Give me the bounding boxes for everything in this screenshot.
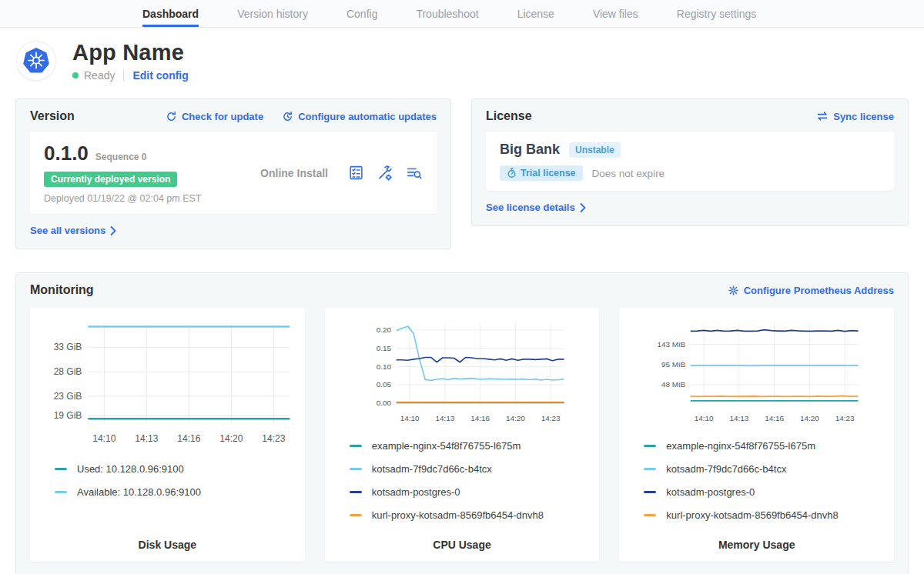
svg-text:0.05: 0.05 <box>376 380 391 389</box>
deployed-badge: Currently deployed version <box>44 172 177 187</box>
version-panel: Version Check for update Configure autom… <box>15 98 451 249</box>
tab-view-files[interactable]: View files <box>593 0 638 27</box>
svg-text:33 GiB: 33 GiB <box>54 342 82 352</box>
legend-color-dash <box>644 491 656 493</box>
disk-usage-legend: Used: 10.128.0.96:9100Available: 10.128.… <box>55 463 299 509</box>
svg-text:14:10: 14:10 <box>92 433 116 444</box>
check-for-update-link[interactable]: Check for update <box>166 111 263 122</box>
legend-item: Used: 10.128.0.96:9100 <box>55 463 299 475</box>
legend-label: kotsadm-postgres-0 <box>372 486 460 498</box>
legend-item: kurl-proxy-kotsadm-8569fb6454-dnvh8 <box>350 509 594 521</box>
memory-usage-chart: 143 MiB95 MiB48 MiB14:1014:1314:1614:201… <box>625 317 888 431</box>
trial-license-badge: Trial license <box>500 165 583 181</box>
svg-text:0.15: 0.15 <box>376 344 391 352</box>
svg-text:23 GiB: 23 GiB <box>54 391 82 402</box>
legend-color-dash <box>350 445 362 447</box>
legend-item: example-nginx-54f8f76755-l675m <box>644 440 888 452</box>
install-type: Online Install <box>240 167 348 179</box>
svg-text:14:23: 14:23 <box>835 414 855 422</box>
tab-license[interactable]: License <box>517 0 554 27</box>
svg-text:14:10: 14:10 <box>695 414 714 422</box>
svg-text:143 MiB: 143 MiB <box>658 340 686 349</box>
clock-refresh-icon <box>282 111 293 122</box>
svg-text:28 GiB: 28 GiB <box>54 366 82 377</box>
svg-text:14:16: 14:16 <box>177 433 200 444</box>
legend-item: Available: 10.128.0.96:9100 <box>55 486 299 498</box>
memory-usage-legend: example-nginx-54f8f76755-l675mkotsadm-7f… <box>644 440 888 532</box>
svg-text:48 MiB: 48 MiB <box>661 380 685 389</box>
tab-version-history[interactable]: Version history <box>237 0 308 27</box>
view-logs-icon[interactable] <box>406 165 423 182</box>
legend-item: kurl-proxy-kotsadm-8569fb6454-dnvh8 <box>644 509 888 521</box>
legend-label: Available: 10.128.0.96:9100 <box>77 486 201 498</box>
svg-text:14:16: 14:16 <box>470 414 490 422</box>
tab-troubleshoot[interactable]: Troubleshoot <box>416 0 478 27</box>
disk-usage-chart-card: 33 GiB28 GiB23 GiB19 GiB14:1014:1314:161… <box>30 308 305 562</box>
legend-color-dash <box>644 445 656 447</box>
svg-text:14:10: 14:10 <box>400 414 419 422</box>
stopwatch-icon <box>507 168 517 179</box>
chart-title: Memory Usage <box>625 532 888 551</box>
chart-title: CPU Usage <box>331 532 594 551</box>
refresh-icon <box>166 111 177 122</box>
legend-item: kotsadm-postgres-0 <box>644 486 888 498</box>
chart-title: Disk Usage <box>36 532 299 551</box>
configure-auto-updates-link[interactable]: Configure automatic updates <box>282 111 437 122</box>
svg-text:14:20: 14:20 <box>219 433 243 444</box>
config-wrench-icon[interactable] <box>377 165 393 182</box>
app-header: App Name Ready Edit config <box>0 28 924 89</box>
license-expiry: Does not expire <box>592 168 665 179</box>
svg-text:0.00: 0.00 <box>376 399 391 407</box>
svg-text:14:20: 14:20 <box>506 414 525 422</box>
legend-item: example-nginx-54f8f76755-l675m <box>350 440 594 452</box>
legend-item: kotsadm-7f9dc7d66c-b4tcx <box>350 463 594 475</box>
tab-registry-settings[interactable]: Registry settings <box>677 0 756 27</box>
svg-text:14:20: 14:20 <box>800 414 819 422</box>
cards-row: Version Check for update Configure autom… <box>0 98 924 249</box>
tab-config[interactable]: Config <box>346 0 377 27</box>
edit-config-link[interactable]: Edit config <box>132 69 188 82</box>
legend-item: kotsadm-7f9dc7d66c-b4tcx <box>644 463 888 475</box>
channel-badge: Unstable <box>569 142 621 158</box>
charts-row: 33 GiB28 GiB23 GiB19 GiB14:1014:1314:161… <box>30 308 894 562</box>
legend-label: example-nginx-54f8f76755-l675m <box>372 440 521 452</box>
status-dot <box>72 72 79 78</box>
tab-dashboard[interactable]: Dashboard <box>142 0 199 27</box>
legend-label: example-nginx-54f8f76755-l675m <box>666 440 815 452</box>
svg-text:14:13: 14:13 <box>435 414 454 422</box>
monitoring-title: Monitoring <box>30 283 94 297</box>
legend-label: kurl-proxy-kotsadm-8569fb6454-dnvh8 <box>372 509 544 521</box>
legend-item: kotsadm-postgres-0 <box>350 486 594 498</box>
gear-icon <box>728 285 739 296</box>
legend-color-dash <box>350 514 362 516</box>
legend-color-dash <box>644 468 656 470</box>
see-license-details-link[interactable]: See license details <box>486 202 586 213</box>
deployed-timestamp: Deployed 01/19/22 @ 02:04 pm EST <box>44 193 240 204</box>
svg-text:14:13: 14:13 <box>135 433 158 444</box>
preflight-checklist-icon[interactable] <box>348 165 364 181</box>
see-all-versions-link[interactable]: See all versions <box>30 225 116 236</box>
license-panel-title: License <box>486 109 532 123</box>
status-text: Ready <box>84 69 115 82</box>
legend-color-dash <box>350 491 362 493</box>
version-number: 0.1.0 <box>44 142 89 165</box>
configure-prometheus-link[interactable]: Configure Prometheus Address <box>728 285 894 296</box>
legend-label: kotsadm-7f9dc7d66c-b4tcx <box>666 463 786 475</box>
version-panel-title: Version <box>30 109 75 123</box>
cpu-usage-chart: 0.200.150.100.050.0014:1014:1314:1614:20… <box>331 317 594 431</box>
svg-text:0.20: 0.20 <box>376 325 391 334</box>
cpu-usage-chart-card: 0.200.150.100.050.0014:1014:1314:1614:20… <box>325 308 600 562</box>
page-title: App Name <box>72 40 189 65</box>
sync-license-link[interactable]: Sync license <box>816 111 894 122</box>
chevron-right-icon <box>110 226 116 235</box>
svg-text:95 MiB: 95 MiB <box>661 360 685 369</box>
license-card: Big Bank Unstable Trial license Does not… <box>486 132 894 191</box>
svg-text:19 GiB: 19 GiB <box>54 410 82 421</box>
legend-label: kurl-proxy-kotsadm-8569fb6454-dnvh8 <box>666 509 838 521</box>
license-panel: License Sync license Big Bank Unstable <box>471 98 909 226</box>
svg-text:14:13: 14:13 <box>730 414 749 422</box>
current-version-card: 0.1.0 Sequence 0 Currently deployed vers… <box>30 132 437 214</box>
disk-usage-chart: 33 GiB28 GiB23 GiB19 GiB14:1014:1314:161… <box>36 317 299 454</box>
legend-color-dash <box>644 514 656 516</box>
chevron-right-icon <box>580 203 586 212</box>
